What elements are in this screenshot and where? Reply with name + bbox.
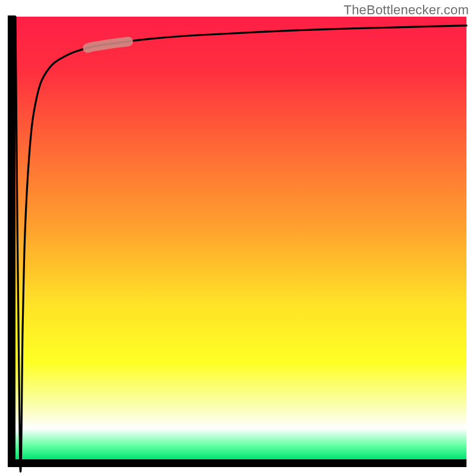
bottleneck-chart (0, 0, 476, 476)
plot-background-gradient (15, 17, 466, 459)
svg-rect-0 (8, 15, 15, 467)
chart-canvas: TheBottlenecker.com (0, 0, 476, 476)
svg-rect-1 (8, 459, 466, 467)
